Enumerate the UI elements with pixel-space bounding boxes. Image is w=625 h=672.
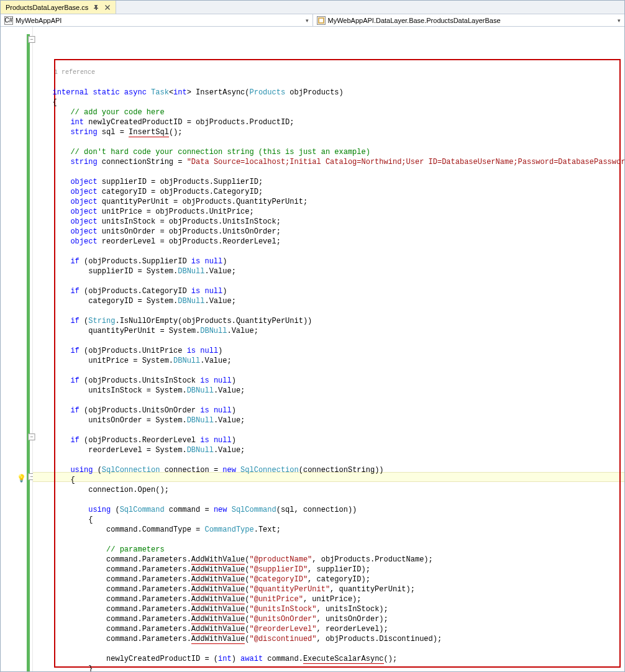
scope-left-label: MyWebAppAPI (16, 17, 62, 24)
svg-rect-1 (319, 19, 323, 22)
pin-icon[interactable] (93, 4, 99, 11)
close-icon[interactable] (104, 4, 111, 11)
tab-bar: ProductsDataLayerBase.cs (1, 1, 624, 14)
code-area[interactable]: 1 reference internal static async Task<i… (33, 27, 624, 671)
scope-dropdown-right[interactable]: MyWebAppAPI.DataLayer.Base.ProductsDataL… (313, 14, 625, 26)
class-icon (317, 16, 326, 25)
gutter: − − − 💡 (1, 27, 33, 671)
scope-dropdown-left[interactable]: C# MyWebAppAPI (1, 14, 313, 26)
code-editor[interactable]: − − − 💡 1 reference internal static asyn… (1, 27, 624, 671)
scope-right-label: MyWebAppAPI.DataLayer.Base.ProductsDataL… (328, 17, 501, 24)
nav-bar: C# MyWebAppAPI MyWebAppAPI.DataLayer.Bas… (1, 14, 624, 27)
csharp-icon: C# (4, 16, 13, 25)
tab-title: ProductsDataLayerBase.cs (6, 4, 88, 11)
file-tab[interactable]: ProductsDataLayerBase.cs (1, 0, 116, 14)
change-marker (27, 34, 30, 671)
lightbulb-icon[interactable]: 💡 (17, 474, 24, 481)
codelens-references[interactable]: 1 reference (39, 66, 624, 78)
code-lines: internal static async Task<int> InsertAs… (39, 88, 624, 671)
